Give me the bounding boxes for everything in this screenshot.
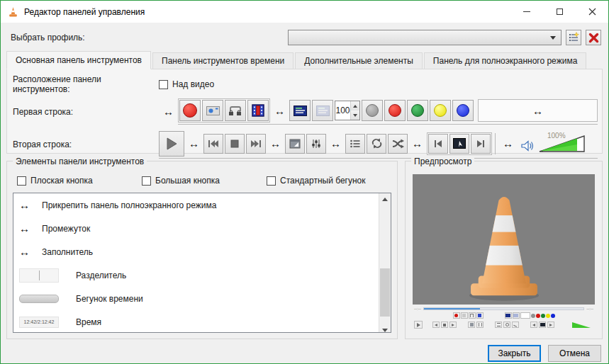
- volume-widget[interactable]: 100%: [520, 135, 586, 153]
- close-button[interactable]: [576, 1, 608, 23]
- scroll-down-button[interactable]: [379, 320, 391, 332]
- spacer-widget[interactable]: ↔: [184, 138, 203, 149]
- green-button[interactable]: [407, 100, 428, 121]
- preview-time-total: --:--: [586, 307, 593, 311]
- scrollbar-track[interactable]: [379, 205, 391, 320]
- list-scrollbar[interactable]: [379, 193, 391, 332]
- dialog-footer: Закрыть Отмена: [1, 339, 608, 364]
- main-toolbar-tabpane: Расположение панели инструментов: Над ви…: [6, 69, 603, 154]
- list-item-gap[interactable]: ↔ Промежуток: [13, 217, 379, 240]
- minimize-button[interactable]: [510, 1, 543, 23]
- preview-group: Предпросмотр: [405, 161, 603, 339]
- previous-button[interactable]: [203, 134, 223, 154]
- list-item-label: Бегунок времени: [76, 294, 143, 304]
- native-slider-checkbox[interactable]: Стандартный бегунок: [267, 176, 391, 186]
- list-item-filler[interactable]: ↔ Заполнитель: [13, 240, 379, 263]
- new-profile-button[interactable]: [566, 30, 581, 45]
- titlebar[interactable]: Редактор панелей управления: [1, 1, 608, 23]
- toolbar-position-label: Расположение панели инструментов:: [13, 74, 159, 94]
- scrollbar-thumb[interactable]: [380, 268, 390, 317]
- playlist-list-button[interactable]: [345, 134, 365, 154]
- list-item-fullscreen-panel[interactable]: ↔ Прикрепить панель полноэкранного режим…: [13, 193, 379, 217]
- preview-group-title: Предпросмотр: [411, 157, 474, 166]
- above-video-checkbox[interactable]: Над видео: [159, 79, 214, 89]
- elements-group-title: Элементы панели инструментов: [13, 157, 147, 166]
- big-button-checkbox[interactable]: Большая кнопка: [142, 176, 267, 186]
- cancel-dialog-button[interactable]: Отмена: [548, 345, 601, 362]
- fullscreen-icon: [289, 139, 301, 149]
- blue-button[interactable]: [452, 100, 474, 121]
- shuffle-button[interactable]: [388, 134, 408, 154]
- snapshot-button[interactable]: [202, 100, 223, 121]
- gray-button[interactable]: [362, 100, 383, 121]
- scroll-up-icon: [382, 198, 388, 201]
- size-spinbox[interactable]: 100: [335, 101, 360, 120]
- list-item-label: Прикрепить панель полноэкранного режима: [42, 200, 216, 210]
- tab-time-toolbar[interactable]: Панель инструментов времени: [152, 52, 294, 69]
- separator-widget-icon: [19, 268, 59, 283]
- close-dialog-button[interactable]: Закрыть: [488, 345, 541, 362]
- skip-back-button[interactable]: [428, 134, 448, 154]
- list-item-time-slider[interactable]: Бегунок времени: [13, 287, 379, 310]
- spacer-widget[interactable]: ↔: [326, 138, 345, 149]
- list-item-label: Время: [76, 317, 101, 327]
- row1-strip: ↔ 100: [178, 98, 598, 125]
- frame-by-frame-button[interactable]: [247, 100, 269, 121]
- stop-button[interactable]: [225, 134, 245, 154]
- spacer-widget[interactable]: ↔: [408, 138, 427, 149]
- close-icon: [588, 8, 596, 16]
- preview-play-icon: [414, 321, 423, 329]
- preview-toolbar-row1: [414, 312, 593, 319]
- row2-label: Вторая строка:: [13, 140, 159, 149]
- ab-loop-button[interactable]: [225, 100, 246, 121]
- preview-shuffle-icon: [512, 322, 519, 328]
- equalizer-button[interactable]: [306, 134, 326, 154]
- fullscreen-button[interactable]: [285, 134, 305, 154]
- new-profile-icon: [568, 32, 579, 43]
- preview-dvd-menu-icon: [539, 322, 546, 328]
- red-button[interactable]: [384, 100, 406, 121]
- spacer-icon: ↔: [19, 222, 35, 234]
- maximize-button[interactable]: [543, 1, 576, 23]
- flat-button-checkbox[interactable]: Плоская кнопка: [17, 176, 142, 186]
- yellow-button[interactable]: [430, 100, 451, 121]
- list-item-time[interactable]: 12:42/2:12:42 Время: [13, 310, 379, 333]
- spacer-widget[interactable]: ↔: [266, 138, 285, 149]
- tab-advanced-widget[interactable]: Дополнительные элементы: [295, 52, 423, 69]
- preview-yellow-dot: [546, 314, 550, 318]
- spacer-widget[interactable]: ↔: [528, 106, 547, 116]
- toolbar-separator: [495, 133, 496, 154]
- vlc-cone-image: [451, 191, 557, 305]
- list-item-separator[interactable]: Разделитель: [13, 263, 379, 287]
- spacer-widget[interactable]: ↔: [498, 138, 518, 149]
- minimize-icon: [523, 11, 530, 12]
- previous-icon: [208, 140, 219, 148]
- delete-profile-button[interactable]: [586, 30, 601, 45]
- profile-select[interactable]: [288, 30, 561, 45]
- scroll-up-button[interactable]: [379, 193, 391, 205]
- loop-icon: [371, 138, 383, 149]
- preview-record-icon: [453, 312, 460, 319]
- loop-button[interactable]: [367, 134, 386, 154]
- tab-main-toolbar[interactable]: Основная панель инструментов: [6, 51, 151, 69]
- spin-up-button[interactable]: [351, 101, 359, 110]
- spacer-widget[interactable]: ↔: [270, 106, 289, 116]
- dvd-menu-button[interactable]: [449, 134, 469, 154]
- tab-fullscreen-controller[interactable]: Панель для полноэкранного режима: [424, 52, 586, 69]
- toolbar-elements-list: ↔ Прикрепить панель полноэкранного режим…: [13, 193, 391, 333]
- vlc-cone-icon: [8, 6, 18, 18]
- skip-forward-button[interactable]: [471, 134, 491, 154]
- next-button[interactable]: [246, 134, 266, 154]
- preview-skip-forward-icon: [547, 322, 554, 328]
- spacer-widget[interactable]: ↔: [159, 106, 178, 117]
- playlist-faded-button[interactable]: [312, 100, 333, 121]
- spin-down-button[interactable]: [351, 110, 359, 120]
- play-button[interactable]: [159, 131, 184, 157]
- preview-playlist-icon: [505, 312, 512, 319]
- preview-stop-icon: [441, 322, 448, 328]
- playlist-button[interactable]: [289, 100, 311, 121]
- record-button[interactable]: [179, 100, 201, 121]
- play-icon: [164, 137, 179, 151]
- list-item-label: Заполнитель: [42, 247, 93, 257]
- checkbox-icon: [159, 80, 168, 89]
